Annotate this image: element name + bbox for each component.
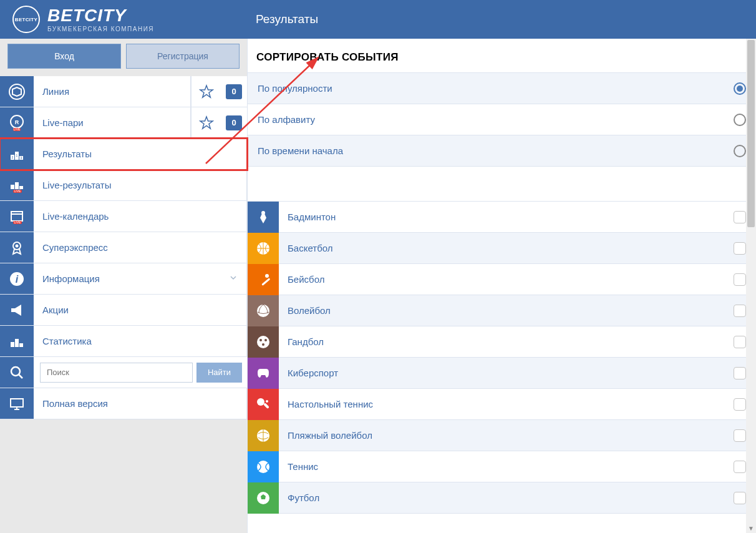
tabletennis-icon: [248, 389, 279, 420]
nav-item-stats[interactable]: Статистика: [0, 326, 247, 357]
svg-line-28: [19, 374, 22, 378]
nav-label: Суперэкспресс: [34, 232, 247, 263]
svg-text:1: 1: [16, 154, 18, 157]
sport-checkbox[interactable]: [734, 336, 746, 348]
sport-row[interactable]: Настольный теннис: [248, 389, 756, 420]
shuttlecock-icon: [248, 202, 279, 233]
star-icon: [199, 84, 214, 99]
sport-label: Гандбол: [279, 336, 734, 347]
register-button[interactable]: Регистрация: [126, 44, 240, 69]
nav-item-live[interactable]: RLIVE Live-пари 0: [0, 107, 247, 139]
svg-point-40: [262, 343, 264, 346]
sport-row[interactable]: Бадминтон: [248, 202, 756, 233]
nav-item-live-results[interactable]: LIVE Live-результаты: [0, 170, 247, 201]
svg-text:LIVE: LIVE: [14, 127, 21, 131]
sport-row[interactable]: Бейсбол: [248, 264, 756, 295]
sort-option-starttime[interactable]: По времени начала: [248, 135, 756, 167]
search-input[interactable]: [40, 363, 193, 383]
sport-row[interactable]: Баскетбол: [248, 233, 756, 264]
svg-point-37: [257, 336, 269, 348]
sort-heading: СОРТИРОВАТЬ СОБЫТИЯ: [248, 39, 756, 73]
live-icon: RLIVE: [0, 107, 34, 138]
nav-item-superexpress[interactable]: Суперэкспресс: [0, 232, 247, 263]
sidebar: Вход Регистрация Линия 0: [0, 39, 247, 533]
sport-row[interactable]: Теннис: [248, 451, 756, 482]
nav-label: Информация: [34, 263, 247, 294]
megaphone-icon: [0, 295, 34, 325]
svg-rect-24: [11, 342, 14, 347]
sport-checkbox[interactable]: [734, 242, 746, 255]
sport-row[interactable]: Киберспорт: [248, 358, 756, 389]
podium-stats-icon: [0, 326, 34, 356]
sport-checkbox[interactable]: [734, 492, 746, 504]
sport-row[interactable]: Гандбол: [248, 326, 756, 358]
header: BETCITY BETCITY БУКМЕКЕРСКАЯ КОМПАНИЯ Ре…: [0, 0, 756, 39]
sport-row[interactable]: Волейбол: [248, 295, 756, 326]
nav-item-results[interactable]: 213 Результаты: [0, 139, 247, 170]
sport-checkbox[interactable]: [734, 273, 746, 286]
sport-label: Бадминтон: [279, 212, 734, 222]
radio-selected-icon: [734, 82, 746, 95]
nav-item-info[interactable]: i Информация: [0, 263, 247, 295]
nav-label: Live-календарь: [34, 201, 247, 232]
nav-label: Линия: [34, 76, 191, 107]
sort-label: По популярности: [258, 83, 332, 94]
svg-point-0: [9, 84, 24, 99]
svg-point-35: [265, 274, 269, 278]
svg-text:i: i: [16, 274, 19, 285]
main-nav: Линия 0 RLIVE Live-пари 0: [0, 76, 247, 419]
nav-item-line[interactable]: Линия 0: [0, 76, 247, 107]
svg-rect-11: [11, 185, 14, 189]
sport-label: Теннис: [279, 461, 734, 472]
sport-checkbox[interactable]: [734, 211, 746, 223]
nav-item-search: Найти: [0, 357, 247, 388]
radio-icon: [734, 145, 746, 157]
logo-tagline: БУКМЕКЕРСКАЯ КОМПАНИЯ: [47, 26, 154, 32]
star-icon: [199, 115, 214, 130]
svg-point-27: [11, 367, 20, 376]
line-icon: [0, 76, 34, 107]
favorite-star-button[interactable]: [191, 107, 221, 138]
football-icon: [248, 482, 279, 514]
sport-row[interactable]: Пляжный волейбол: [248, 420, 756, 451]
svg-rect-16: [11, 212, 22, 221]
login-button[interactable]: Вход: [7, 44, 121, 69]
scroll-down-icon[interactable]: ▼: [746, 523, 756, 533]
nav-label: Акции: [34, 295, 247, 325]
favorite-star-button[interactable]: [191, 76, 221, 107]
baseball-icon: [248, 264, 279, 295]
sport-checkbox[interactable]: [734, 429, 746, 442]
sport-list: Бадминтон Баскетбол Бейсбол Волейбол Ган…: [248, 202, 756, 514]
esports-icon: [248, 358, 279, 389]
sport-label: Баскетбол: [279, 243, 734, 253]
svg-rect-42: [263, 403, 269, 409]
svg-text:LIVE: LIVE: [14, 220, 22, 224]
nav-item-live-calendar[interactable]: LIVE Live-календарь: [0, 201, 247, 232]
svg-rect-12: [15, 182, 19, 189]
nav-item-promo[interactable]: Акции: [0, 295, 247, 326]
sort-options: По популярности По алфавиту По времени н…: [248, 73, 756, 167]
sport-checkbox[interactable]: [734, 461, 746, 473]
svg-point-32: [261, 211, 265, 215]
sport-row[interactable]: Футбол: [248, 482, 756, 514]
svg-point-39: [264, 339, 267, 341]
page-title: Результаты: [256, 12, 318, 26]
live-podium-icon: LIVE: [0, 170, 34, 200]
basketball-icon: [248, 233, 279, 264]
svg-rect-25: [15, 339, 19, 347]
scroll-thumb[interactable]: [747, 40, 755, 227]
nav-label: Статистика: [34, 326, 247, 356]
sort-option-popularity[interactable]: По популярности: [248, 73, 756, 104]
main-content: СОРТИРОВАТЬ СОБЫТИЯ По популярности По а…: [247, 39, 756, 533]
radio-icon: [734, 114, 746, 126]
sport-checkbox[interactable]: [734, 305, 746, 317]
sort-option-alphabet[interactable]: По алфавиту: [248, 104, 756, 135]
svg-point-43: [266, 400, 268, 403]
sport-checkbox[interactable]: [734, 367, 746, 379]
sport-checkbox[interactable]: [734, 398, 746, 411]
scrollbar[interactable]: ▲ ▼: [746, 39, 756, 533]
logo-area[interactable]: BETCITY BETCITY БУКМЕКЕРСКАЯ КОМПАНИЯ: [12, 6, 243, 33]
nav-item-fullversion[interactable]: Полная версия: [0, 388, 247, 419]
search-button[interactable]: Найти: [196, 363, 242, 383]
spacer: [248, 167, 756, 202]
